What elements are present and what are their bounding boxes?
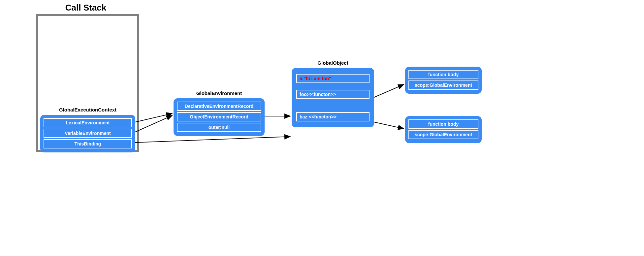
global-execution-context-box: GlobalExecutionContext LexicalEnvironmen… — [40, 115, 135, 152]
arrow-baz-to-funcbox — [374, 122, 404, 129]
func-foo-body: function body — [408, 70, 478, 79]
globalobj-row-a: a:"hi i am foo" — [296, 74, 370, 83]
func-foo-scope: scope:GlobalEnvironment — [408, 80, 478, 90]
arrow-foo-to-funcbox — [374, 84, 404, 97]
global-environment-box: GlobalEnvironment DeclarativeEnvironment… — [174, 98, 265, 136]
function-baz-box: function body scope:GlobalEnvironment — [405, 116, 482, 143]
func-baz-body: function body — [408, 119, 478, 129]
gec-row-variable: VariableEnvironment — [44, 129, 132, 138]
function-foo-box: function body scope:GlobalEnvironment — [405, 67, 482, 94]
func-baz-scope: scope:GlobalEnvironment — [408, 130, 478, 139]
global-object-title: GlobalObject — [292, 60, 374, 66]
global-object-box: GlobalObject a:"hi i am foo" foo:<<funct… — [292, 68, 374, 127]
arrow-this-to-globalobj — [135, 137, 290, 143]
call-stack-title: Call Stack — [36, 3, 135, 13]
arrow-lexical-to-globalenv — [135, 113, 172, 122]
globalobj-row-foo: foo:<<functon>> — [296, 90, 370, 99]
arrow-variable-to-globalenv — [135, 115, 172, 132]
gec-title: GlobalExecutionContext — [40, 107, 135, 112]
globalobj-row-baz: baz:<<functon>> — [296, 112, 370, 121]
gec-row-lexical: LexicalEnvironment — [44, 118, 132, 127]
globalenv-row-outer: outer:null — [177, 123, 261, 132]
global-environment-title: GlobalEnvironment — [174, 90, 265, 96]
globalenv-row-object: ObjectEnvironmentRecord — [177, 112, 261, 121]
globalenv-row-declarative: DeclarativeEnvironmentRecord — [177, 102, 261, 111]
gec-row-this: ThisBinding — [44, 139, 132, 148]
